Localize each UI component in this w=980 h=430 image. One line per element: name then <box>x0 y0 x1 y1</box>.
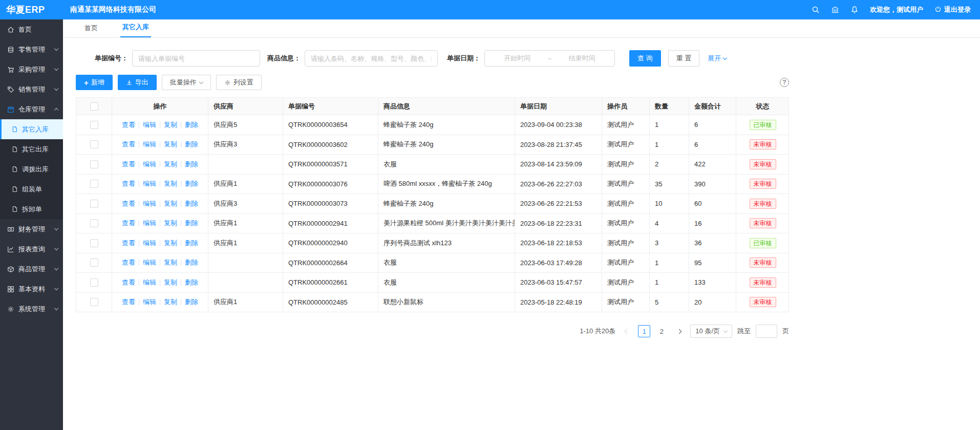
row-checkbox[interactable] <box>90 259 98 267</box>
sidebar-item-purchase[interactable]: 采购管理 <box>0 59 63 79</box>
next-page-button[interactable] <box>673 325 685 337</box>
page-1-button[interactable]: 1 <box>638 325 650 337</box>
document-icon <box>11 146 18 153</box>
divider <box>139 141 139 147</box>
view-link[interactable]: 查看 <box>122 160 135 169</box>
prev-page-button[interactable] <box>621 325 633 337</box>
product-info-input[interactable] <box>305 50 438 67</box>
copy-link[interactable]: 复制 <box>164 120 177 130</box>
view-link[interactable]: 查看 <box>122 120 135 130</box>
qty-cell: 1 <box>650 273 689 292</box>
edit-link[interactable]: 编辑 <box>143 278 156 287</box>
view-link[interactable]: 查看 <box>122 179 135 188</box>
view-link[interactable]: 查看 <box>122 219 135 228</box>
edit-link[interactable]: 编辑 <box>143 297 156 307</box>
copy-link[interactable]: 复制 <box>164 239 177 248</box>
row-checkbox[interactable] <box>90 219 98 227</box>
copy-link[interactable]: 复制 <box>164 179 177 188</box>
delete-link[interactable]: 删除 <box>185 179 198 188</box>
copy-link[interactable]: 复制 <box>164 199 177 208</box>
row-checkbox[interactable] <box>90 298 98 306</box>
tab-home[interactable]: 首页 <box>82 24 100 37</box>
row-checkbox[interactable] <box>90 180 98 188</box>
edit-link[interactable]: 编辑 <box>143 219 156 228</box>
row-checkbox[interactable] <box>90 160 98 168</box>
sidebar-item-home[interactable]: 首页 <box>0 19 63 39</box>
sidebar-item-sales[interactable]: 销售管理 <box>0 79 63 99</box>
notification-bell-icon[interactable] <box>850 6 859 14</box>
delete-link[interactable]: 删除 <box>185 219 198 228</box>
sidebar-item-warehouse[interactable]: 仓库管理 <box>0 99 63 119</box>
search-button[interactable]: 查 询 <box>629 50 661 67</box>
row-checkbox[interactable] <box>90 239 98 247</box>
tab-other-inbound[interactable]: 其它入库 <box>120 23 151 37</box>
divider <box>160 299 160 305</box>
sidebar-item-system[interactable]: 系统管理 <box>0 299 63 319</box>
row-checkbox[interactable] <box>90 200 98 208</box>
view-link[interactable]: 查看 <box>122 140 135 149</box>
row-checkbox[interactable] <box>90 278 98 287</box>
copy-link[interactable]: 复制 <box>164 258 177 267</box>
reset-button[interactable]: 重 置 <box>668 50 700 67</box>
copy-link[interactable]: 复制 <box>164 219 177 228</box>
delete-link[interactable]: 删除 <box>185 297 198 307</box>
sidebar-subitem-other-inbound[interactable]: 其它入库 <box>0 119 63 139</box>
copy-link[interactable]: 复制 <box>164 278 177 287</box>
sidebar-item-finance[interactable]: 财务管理 <box>0 219 63 239</box>
sidebar-item-basic-data[interactable]: 基本资料 <box>0 279 63 299</box>
expand-filters-link[interactable]: 展开 <box>708 54 727 63</box>
delete-link[interactable]: 删除 <box>185 258 198 267</box>
header-status: 状态 <box>736 98 789 115</box>
edit-link[interactable]: 编辑 <box>143 239 156 248</box>
select-all-checkbox[interactable] <box>90 102 98 111</box>
tenant-icon[interactable] <box>831 6 839 14</box>
chevron-right-icon <box>676 329 681 334</box>
doc-no-input[interactable] <box>132 50 260 67</box>
view-link[interactable]: 查看 <box>122 297 135 307</box>
copy-link[interactable]: 复制 <box>164 160 177 169</box>
row-checkbox[interactable] <box>90 140 98 148</box>
delete-link[interactable]: 删除 <box>185 120 198 130</box>
divider <box>181 260 181 266</box>
page-2-button[interactable]: 2 <box>655 325 668 337</box>
delete-link[interactable]: 删除 <box>185 140 198 149</box>
edit-link[interactable]: 编辑 <box>143 140 156 149</box>
export-button[interactable]: 导出 <box>118 75 157 90</box>
sidebar-subitem-other-outbound[interactable]: 其它出库 <box>0 139 63 159</box>
table-row: 查看 编辑 复制 删除 供应商3 QTRK00000003602 蜂蜜柚子茶 2… <box>76 135 789 155</box>
copy-link[interactable]: 复制 <box>164 297 177 307</box>
sidebar-subitem-assembly[interactable]: 组装单 <box>0 179 63 199</box>
sidebar-item-reports[interactable]: 报表查询 <box>0 239 63 259</box>
column-settings-button[interactable]: 列设置 <box>216 75 262 90</box>
delete-link[interactable]: 删除 <box>185 199 198 208</box>
sidebar-subitem-disassembly[interactable]: 拆卸单 <box>0 199 63 219</box>
view-link[interactable]: 查看 <box>122 258 135 267</box>
edit-link[interactable]: 编辑 <box>143 199 156 208</box>
edit-link[interactable]: 编辑 <box>143 258 156 267</box>
view-link[interactable]: 查看 <box>122 278 135 287</box>
product-cell: 蜂蜜柚子茶 240g <box>378 194 515 213</box>
delete-link[interactable]: 删除 <box>185 239 198 248</box>
delete-link[interactable]: 删除 <box>185 160 198 169</box>
qty-cell: 1 <box>650 115 689 135</box>
sidebar-subitem-transfer-outbound[interactable]: 调拨出库 <box>0 159 63 179</box>
search-icon[interactable] <box>812 6 820 14</box>
sidebar-item-products[interactable]: 商品管理 <box>0 259 63 279</box>
edit-link[interactable]: 编辑 <box>143 179 156 188</box>
view-link[interactable]: 查看 <box>122 199 135 208</box>
view-link[interactable]: 查看 <box>122 239 135 248</box>
page-size-select[interactable]: 10 条/页 <box>690 325 732 338</box>
date-range-input[interactable]: 开始时间 ~ 结束时间 <box>484 50 615 67</box>
edit-link[interactable]: 编辑 <box>143 120 156 130</box>
edit-link[interactable]: 编辑 <box>143 160 156 169</box>
gear-icon <box>224 79 231 86</box>
sidebar-item-retail[interactable]: 零售管理 <box>0 39 63 59</box>
batch-operations-button[interactable]: 批量操作 <box>162 75 211 90</box>
delete-link[interactable]: 删除 <box>185 278 198 287</box>
row-checkbox[interactable] <box>90 121 98 129</box>
add-button[interactable]: + 新增 <box>76 75 113 90</box>
jump-page-input[interactable] <box>756 325 777 338</box>
logout-button[interactable]: 退出登录 <box>934 5 971 14</box>
copy-link[interactable]: 复制 <box>164 140 177 149</box>
help-icon[interactable]: ? <box>780 78 789 87</box>
